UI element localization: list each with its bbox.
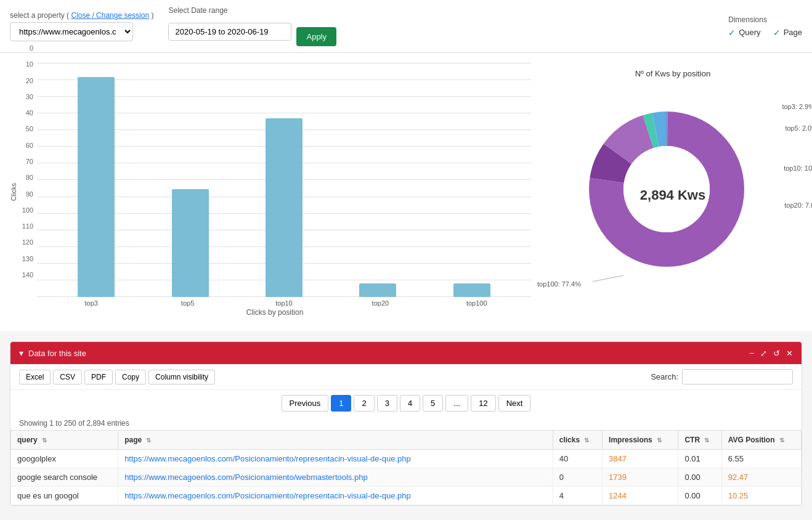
refresh-icon[interactable]: ↺ — [773, 349, 780, 358]
date-input[interactable] — [168, 23, 291, 41]
donut-chart-container: Nº of Kws by position 2,894 Kws to — [543, 63, 802, 322]
page-1-button[interactable]: 1 — [331, 395, 351, 412]
property-section: select a property ( Close / Change sessi… — [10, 11, 153, 41]
cell-page: https://www.mecagoenlos.com/Posicionamie… — [118, 468, 553, 487]
page-12-button[interactable]: 12 — [471, 395, 495, 412]
query-check-icon: ✓ — [728, 28, 736, 38]
donut-center-text: 2,894 Kws — [640, 187, 705, 203]
col-query[interactable]: query ⇅ — [11, 431, 118, 450]
page-ellipsis-button[interactable]: ... — [445, 395, 468, 412]
cell-avg-position: 92.47 — [721, 468, 801, 487]
bars-container — [37, 63, 531, 297]
data-table-section: ▾ Data for this site − ⤢ ↺ ✕ Excel CSV P… — [10, 341, 802, 506]
previous-button[interactable]: Previous — [282, 395, 329, 412]
table-header: ▾ Data for this site − ⤢ ↺ ✕ — [10, 342, 802, 364]
next-button[interactable]: Next — [498, 395, 531, 412]
cell-impressions: 3847 — [603, 450, 678, 468]
column-visibility-button[interactable]: Column visibility — [148, 370, 215, 384]
property-label: select a property ( Close / Change sessi… — [10, 11, 153, 20]
bar-top3 — [78, 77, 115, 297]
apply-button[interactable]: Apply — [296, 27, 336, 46]
copy-button[interactable]: Copy — [115, 370, 146, 384]
bar-top10 — [266, 118, 302, 297]
table-header-row: query ⇅ page ⇅ clicks ⇅ Impressions ⇅ CT… — [11, 431, 802, 450]
x-label-top3: top3 — [73, 299, 110, 307]
bar-top3-rect — [78, 77, 115, 297]
page-5-button[interactable]: 5 — [423, 395, 443, 412]
col-ctr[interactable]: CTR ⇅ — [678, 431, 721, 450]
page-link[interactable]: https://www.mecagoenlos.com/Posicionamie… — [124, 454, 411, 463]
cell-clicks: 4 — [553, 487, 602, 505]
col-clicks[interactable]: clicks ⇅ — [553, 431, 602, 450]
page-link[interactable]: https://www.mecagoenlos.com/Posicionamie… — [124, 473, 368, 482]
table-controls: Excel CSV PDF Copy Column visibility Sea… — [10, 364, 802, 390]
bar-top10-rect — [266, 118, 302, 297]
search-label: Search: — [651, 372, 678, 381]
bar-chart-plot — [37, 63, 531, 297]
y-axis: 140 130 120 110 100 90 80 70 60 50 40 30… — [18, 44, 37, 278]
collapse-icon[interactable]: ▾ — [19, 348, 23, 358]
pdf-button[interactable]: PDF — [84, 370, 113, 384]
bar-top100-rect — [453, 283, 490, 297]
cell-query: google search console — [11, 468, 118, 487]
close-session-link[interactable]: Close / Change session — [71, 11, 149, 20]
bar-top20 — [359, 283, 396, 297]
label-top100: top100: 77.4% — [537, 280, 581, 288]
dimensions-section: Dimensions ✓ Query ✓ Page — [728, 15, 802, 38]
col-page[interactable]: page ⇅ — [118, 431, 553, 450]
cell-clicks: 40 — [553, 450, 602, 468]
search-wrap: Search: — [651, 369, 793, 384]
entries-info: Showing 1 to 250 of 2,894 entries — [10, 416, 802, 430]
top-bar: select a property ( Close / Change sessi… — [0, 0, 812, 53]
x-label-top100: top100 — [458, 299, 495, 307]
label-top3: top3: 2.9% — [782, 103, 812, 110]
cell-ctr: 0.00 — [678, 468, 721, 487]
col-avg-position[interactable]: AVG Position ⇅ — [721, 431, 801, 450]
cell-avg-position: 10.25 — [721, 487, 801, 505]
cell-ctr: 0.00 — [678, 487, 721, 505]
data-table: query ⇅ page ⇅ clicks ⇅ Impressions ⇅ CT… — [10, 430, 802, 505]
x-label-top20: top20 — [362, 299, 399, 307]
search-input[interactable] — [682, 369, 793, 384]
property-select[interactable]: https://www.mecagoenlos.com/ — [10, 22, 133, 41]
page-3-button[interactable]: 3 — [377, 395, 397, 412]
donut-title: Nº of Kws by position — [635, 69, 711, 78]
pagination-top: Previous 1 2 3 4 5 ... 12 Next — [10, 390, 802, 416]
page-check-icon: ✓ — [773, 28, 781, 38]
date-section: Select Date range Apply — [168, 6, 336, 46]
dim-query-label: Query — [739, 28, 760, 37]
resize-icon[interactable]: ⤢ — [760, 349, 767, 358]
cell-query: googolplex — [11, 450, 118, 468]
page-4-button[interactable]: 4 — [400, 395, 420, 412]
cell-avg-position: 6.55 — [721, 450, 801, 468]
charts-area: Clicks 140 130 120 110 100 90 80 70 60 5… — [0, 53, 812, 331]
dim-page-option[interactable]: ✓ Page — [773, 28, 802, 38]
bar-top5 — [172, 189, 209, 297]
donut-chart: 2,894 Kws top100: 77.4% top20: 7.6% top1… — [562, 84, 784, 306]
page-link[interactable]: https://www.mecagoenlos.com/Posicionamie… — [124, 491, 411, 500]
table-row: que es un googol https://www.mecagoenlos… — [11, 487, 802, 505]
x-axis-title: Clicks by position — [18, 308, 531, 317]
page-2-button[interactable]: 2 — [354, 395, 374, 412]
cell-clicks: 0 — [553, 468, 602, 487]
minimize-icon[interactable]: − — [749, 349, 754, 358]
csv-button[interactable]: CSV — [53, 370, 82, 384]
excel-button[interactable]: Excel — [19, 370, 51, 384]
col-impressions[interactable]: Impressions ⇅ — [603, 431, 678, 450]
table-scroll-wrapper: query ⇅ page ⇅ clicks ⇅ Impressions ⇅ CT… — [10, 430, 802, 505]
table-header-title: Data for this site — [28, 349, 86, 358]
x-labels: top3 top5 top10 top20 top100 — [18, 297, 531, 307]
dimensions-label: Dimensions — [728, 15, 802, 24]
close-table-icon[interactable]: ✕ — [786, 349, 793, 358]
dim-page-label: Page — [784, 28, 802, 37]
cell-impressions: 1244 — [603, 487, 678, 505]
dim-query-option[interactable]: ✓ Query — [728, 28, 760, 38]
bar-chart-container: Clicks 140 130 120 110 100 90 80 70 60 5… — [10, 63, 531, 322]
label-top10: top10: 10.1% — [784, 165, 812, 172]
x-label-top10: top10 — [266, 299, 302, 307]
table-row: google search console https://www.mecago… — [11, 468, 802, 487]
cell-ctr: 0.01 — [678, 450, 721, 468]
table-row: googolplex https://www.mecagoenlos.com/P… — [11, 450, 802, 468]
bar-top5-rect — [172, 189, 209, 297]
cell-query: que es un googol — [11, 487, 118, 505]
